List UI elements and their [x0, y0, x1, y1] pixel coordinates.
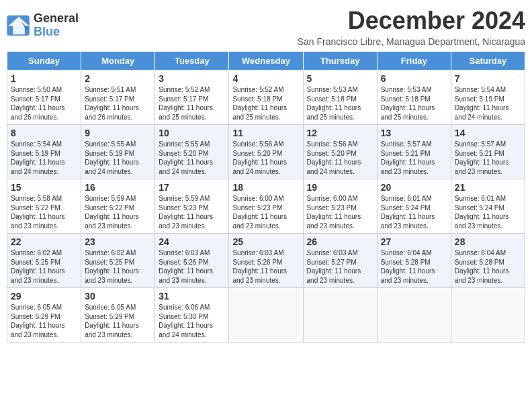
calendar-cell — [229, 288, 303, 342]
calendar-cell: 23Sunrise: 6:02 AM Sunset: 5:25 PM Dayli… — [81, 234, 155, 288]
day-number: 10 — [159, 128, 225, 138]
day-number: 3 — [159, 73, 225, 84]
calendar-cell: 26Sunrise: 6:03 AM Sunset: 5:27 PM Dayli… — [303, 234, 377, 288]
calendar-cell: 11Sunrise: 5:56 AM Sunset: 5:20 PM Dayli… — [229, 125, 303, 179]
calendar-cell: 5Sunrise: 5:53 AM Sunset: 5:18 PM Daylig… — [303, 71, 377, 125]
weekday-header-saturday: Saturday — [451, 52, 525, 71]
day-info: Sunrise: 6:02 AM Sunset: 5:25 PM Dayligh… — [85, 248, 151, 285]
day-info: Sunrise: 6:01 AM Sunset: 5:24 PM Dayligh… — [381, 194, 447, 230]
calendar-cell: 10Sunrise: 5:55 AM Sunset: 5:20 PM Dayli… — [155, 125, 229, 179]
calendar-cell: 31Sunrise: 6:06 AM Sunset: 5:30 PM Dayli… — [155, 288, 229, 342]
day-info: Sunrise: 5:51 AM Sunset: 5:17 PM Dayligh… — [85, 85, 151, 122]
calendar-cell: 20Sunrise: 6:01 AM Sunset: 5:24 PM Dayli… — [377, 179, 451, 234]
day-info: Sunrise: 6:05 AM Sunset: 5:29 PM Dayligh… — [85, 303, 151, 339]
day-info: Sunrise: 5:52 AM Sunset: 5:18 PM Dayligh… — [232, 85, 299, 122]
day-number: 4 — [232, 73, 299, 84]
day-number: 24 — [159, 236, 225, 247]
day-number: 13 — [381, 128, 447, 138]
day-info: Sunrise: 5:55 AM Sunset: 5:19 PM Dayligh… — [85, 140, 151, 176]
day-info: Sunrise: 5:57 AM Sunset: 5:21 PM Dayligh… — [455, 140, 521, 176]
calendar-cell: 24Sunrise: 6:03 AM Sunset: 5:26 PM Dayli… — [155, 234, 229, 288]
day-number: 29 — [11, 291, 77, 302]
calendar-cell: 25Sunrise: 6:03 AM Sunset: 5:26 PM Dayli… — [229, 234, 303, 288]
calendar-cell: 8Sunrise: 5:54 AM Sunset: 5:19 PM Daylig… — [7, 125, 81, 179]
day-number: 23 — [85, 236, 151, 247]
calendar-cell — [377, 288, 451, 342]
day-number: 6 — [381, 73, 447, 84]
day-number: 2 — [85, 73, 151, 84]
day-number: 8 — [11, 128, 77, 138]
weekday-header-wednesday: Wednesday — [229, 52, 303, 71]
subtitle: San Francisco Libre, Managua Department,… — [298, 36, 525, 47]
day-number: 1 — [11, 73, 77, 84]
calendar-cell: 30Sunrise: 6:05 AM Sunset: 5:29 PM Dayli… — [81, 288, 155, 342]
day-number: 9 — [85, 128, 151, 138]
day-info: Sunrise: 5:53 AM Sunset: 5:18 PM Dayligh… — [307, 85, 373, 122]
day-number: 15 — [11, 182, 77, 193]
calendar-cell: 19Sunrise: 6:00 AM Sunset: 5:23 PM Dayli… — [303, 179, 377, 234]
calendar-cell: 16Sunrise: 5:59 AM Sunset: 5:22 PM Dayli… — [81, 179, 155, 234]
title-area: December 2024 San Francisco Libre, Manag… — [298, 7, 525, 47]
page-header: GeneralBlue December 2024 San Francisco … — [7, 7, 525, 47]
calendar-cell: 12Sunrise: 5:56 AM Sunset: 5:20 PM Dayli… — [303, 125, 377, 179]
day-info: Sunrise: 6:03 AM Sunset: 5:26 PM Dayligh… — [232, 248, 299, 285]
day-info: Sunrise: 5:56 AM Sunset: 5:20 PM Dayligh… — [307, 140, 373, 176]
day-number: 20 — [381, 182, 447, 193]
day-number: 31 — [159, 291, 225, 302]
calendar-week-row: 8Sunrise: 5:54 AM Sunset: 5:19 PM Daylig… — [7, 125, 525, 179]
day-number: 21 — [455, 182, 521, 193]
calendar-cell: 22Sunrise: 6:02 AM Sunset: 5:25 PM Dayli… — [7, 234, 81, 288]
calendar-cell: 3Sunrise: 5:52 AM Sunset: 5:17 PM Daylig… — [155, 71, 229, 125]
calendar-cell — [451, 288, 525, 342]
calendar-cell: 29Sunrise: 6:05 AM Sunset: 5:29 PM Dayli… — [7, 288, 81, 342]
day-number: 5 — [307, 73, 373, 84]
day-info: Sunrise: 5:54 AM Sunset: 5:19 PM Dayligh… — [455, 85, 521, 122]
day-info: Sunrise: 6:03 AM Sunset: 5:26 PM Dayligh… — [159, 248, 225, 285]
day-number: 11 — [232, 128, 299, 138]
day-info: Sunrise: 5:59 AM Sunset: 5:23 PM Dayligh… — [159, 194, 225, 230]
day-number: 19 — [307, 182, 373, 193]
day-info: Sunrise: 6:04 AM Sunset: 5:28 PM Dayligh… — [381, 248, 447, 285]
calendar-cell: 1Sunrise: 5:50 AM Sunset: 5:17 PM Daylig… — [7, 71, 81, 125]
day-info: Sunrise: 5:55 AM Sunset: 5:20 PM Dayligh… — [159, 140, 225, 176]
calendar-cell: 2Sunrise: 5:51 AM Sunset: 5:17 PM Daylig… — [81, 71, 155, 125]
calendar-cell: 21Sunrise: 6:01 AM Sunset: 5:24 PM Dayli… — [451, 179, 525, 234]
weekday-header-tuesday: Tuesday — [155, 52, 229, 71]
calendar-week-row: 1Sunrise: 5:50 AM Sunset: 5:17 PM Daylig… — [7, 71, 525, 125]
weekday-header-friday: Friday — [377, 52, 451, 71]
day-number: 17 — [159, 182, 225, 193]
day-info: Sunrise: 6:04 AM Sunset: 5:28 PM Dayligh… — [455, 248, 521, 285]
day-info: Sunrise: 6:01 AM Sunset: 5:24 PM Dayligh… — [455, 194, 521, 230]
calendar-cell: 13Sunrise: 5:57 AM Sunset: 5:21 PM Dayli… — [377, 125, 451, 179]
calendar-table: SundayMondayTuesdayWednesdayThursdayFrid… — [7, 51, 525, 342]
weekday-header-thursday: Thursday — [303, 52, 377, 71]
calendar-cell: 27Sunrise: 6:04 AM Sunset: 5:28 PM Dayli… — [377, 234, 451, 288]
calendar-cell: 9Sunrise: 5:55 AM Sunset: 5:19 PM Daylig… — [81, 125, 155, 179]
calendar-week-row: 22Sunrise: 6:02 AM Sunset: 5:25 PM Dayli… — [7, 234, 525, 288]
day-number: 12 — [307, 128, 373, 138]
day-info: Sunrise: 5:53 AM Sunset: 5:18 PM Dayligh… — [381, 85, 447, 122]
calendar-cell: 15Sunrise: 5:58 AM Sunset: 5:22 PM Dayli… — [7, 179, 81, 234]
day-info: Sunrise: 5:57 AM Sunset: 5:21 PM Dayligh… — [381, 140, 447, 176]
calendar-cell: 17Sunrise: 5:59 AM Sunset: 5:23 PM Dayli… — [155, 179, 229, 234]
day-number: 16 — [85, 182, 151, 193]
day-info: Sunrise: 6:06 AM Sunset: 5:30 PM Dayligh… — [159, 303, 225, 339]
day-info: Sunrise: 5:59 AM Sunset: 5:22 PM Dayligh… — [85, 194, 151, 230]
calendar-week-row: 29Sunrise: 6:05 AM Sunset: 5:29 PM Dayli… — [7, 288, 525, 342]
calendar-cell: 14Sunrise: 5:57 AM Sunset: 5:21 PM Dayli… — [451, 125, 525, 179]
day-number: 28 — [455, 236, 521, 247]
day-info: Sunrise: 5:56 AM Sunset: 5:20 PM Dayligh… — [232, 140, 299, 176]
day-number: 18 — [232, 182, 299, 193]
day-number: 30 — [85, 291, 151, 302]
weekday-header-row: SundayMondayTuesdayWednesdayThursdayFrid… — [7, 52, 525, 71]
calendar-week-row: 15Sunrise: 5:58 AM Sunset: 5:22 PM Dayli… — [7, 179, 525, 234]
logo: GeneralBlue — [7, 12, 79, 39]
logo-icon — [7, 15, 31, 36]
day-number: 27 — [381, 236, 447, 247]
calendar-cell: 18Sunrise: 6:00 AM Sunset: 5:23 PM Dayli… — [229, 179, 303, 234]
day-number: 22 — [11, 236, 77, 247]
weekday-header-monday: Monday — [81, 52, 155, 71]
day-info: Sunrise: 6:00 AM Sunset: 5:23 PM Dayligh… — [307, 194, 373, 230]
calendar-cell: 6Sunrise: 5:53 AM Sunset: 5:18 PM Daylig… — [377, 71, 451, 125]
day-number: 25 — [232, 236, 299, 247]
